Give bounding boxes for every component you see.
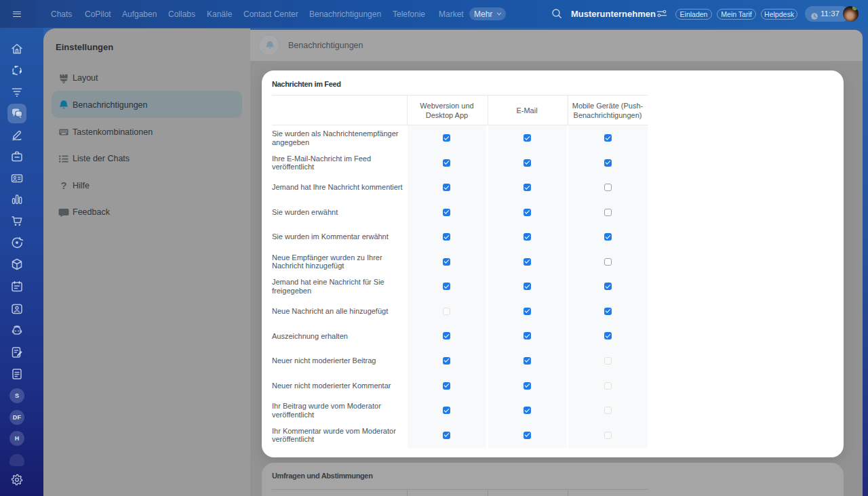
svg-text:?: ?: [60, 180, 66, 191]
